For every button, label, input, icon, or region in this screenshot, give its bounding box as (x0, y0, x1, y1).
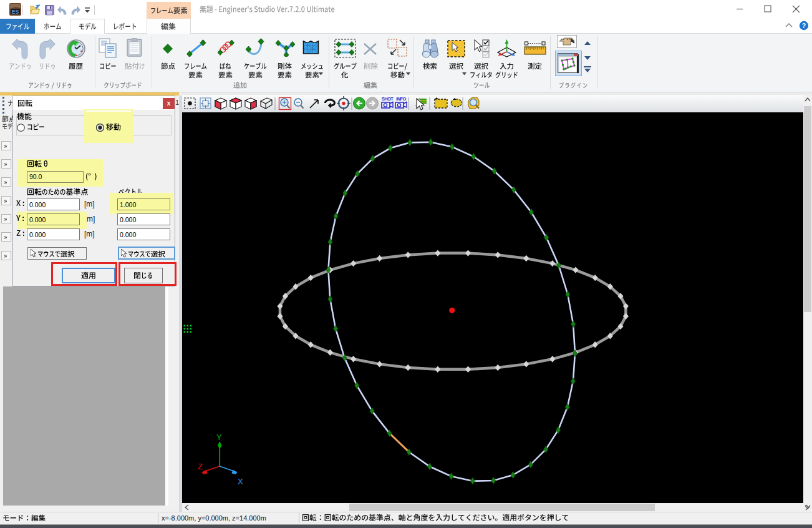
svg-text:SHOT: SHOT (382, 96, 394, 102)
svg-text:Z: Z (198, 462, 203, 471)
svg-text:Y: Y (216, 433, 222, 442)
svg-text:?: ? (802, 22, 806, 29)
svg-text:ES: ES (11, 9, 19, 15)
svg-text:INFO: INFO (396, 96, 406, 102)
svg-text:X: X (238, 477, 243, 486)
